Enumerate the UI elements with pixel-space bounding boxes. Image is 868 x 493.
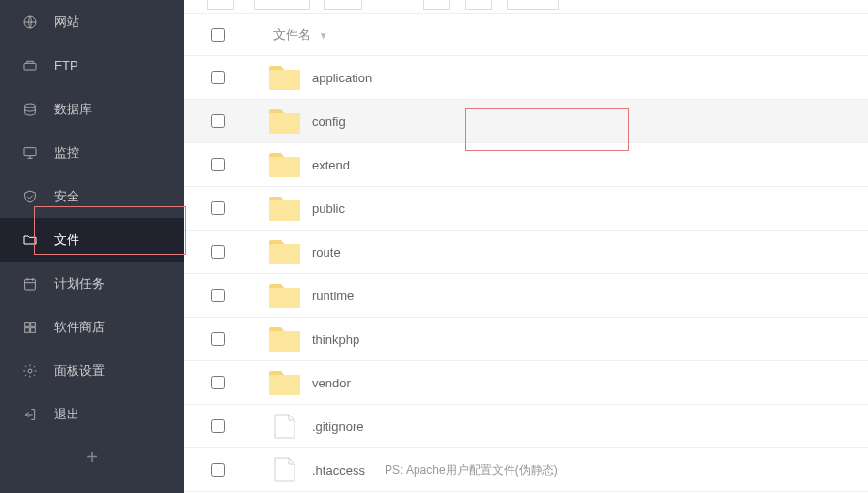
sidebar-item-label: 计划任务 — [54, 275, 105, 293]
sort-icon: ▼ — [319, 30, 328, 41]
monitor-icon — [21, 144, 39, 162]
svg-rect-4 — [25, 279, 36, 290]
sidebar-add-button[interactable]: + — [0, 436, 184, 479]
ftp-icon — [21, 57, 39, 75]
svg-rect-8 — [31, 327, 36, 332]
table-row[interactable]: config — [184, 100, 868, 143]
database-icon — [21, 101, 39, 118]
file-name[interactable]: config — [312, 114, 346, 129]
row-checkbox[interactable] — [211, 245, 225, 259]
table-row[interactable]: .htaccessPS: Apache用户配置文件(伪静态) — [184, 448, 868, 492]
sidebar-item-ftp[interactable]: FTP — [0, 44, 184, 87]
sidebar-item-panel[interactable]: 面板设置 — [0, 349, 184, 392]
main-content: 文件名 ▼ applicationconfigextendpublicroute… — [184, 0, 868, 493]
file-list: applicationconfigextendpublicrouteruntim… — [184, 56, 868, 492]
row-checkbox[interactable] — [211, 71, 225, 84]
file-icon — [269, 457, 300, 482]
table-row[interactable]: route — [184, 231, 868, 274]
sidebar-item-label: 面板设置 — [54, 362, 105, 380]
sidebar-item-label: 监控 — [54, 144, 79, 162]
folder-icon — [269, 239, 300, 264]
sidebar-item-security[interactable]: 安全 — [0, 174, 184, 218]
sidebar-item-label: 软件商店 — [54, 319, 105, 336]
svg-rect-6 — [31, 322, 36, 326]
exit-icon — [21, 406, 39, 423]
sidebar-item-label: 安全 — [54, 188, 79, 205]
plus-icon: + — [86, 447, 98, 469]
sidebar-item-cron[interactable]: 计划任务 — [0, 262, 184, 305]
sidebar-item-exit[interactable]: 退出 — [0, 392, 184, 436]
row-checkbox[interactable] — [211, 158, 225, 171]
row-checkbox[interactable] — [211, 376, 225, 389]
toolbar-button[interactable] — [324, 0, 362, 10]
folder-icon — [269, 370, 300, 395]
row-checkbox[interactable] — [211, 463, 225, 477]
select-all-checkbox[interactable] — [211, 28, 225, 42]
toolbar-button[interactable] — [207, 0, 234, 10]
file-name[interactable]: extend — [312, 158, 350, 172]
file-name[interactable]: public — [312, 201, 345, 216]
table-header: 文件名 ▼ — [184, 14, 868, 56]
table-row[interactable]: runtime — [184, 274, 868, 318]
svg-rect-3 — [24, 147, 36, 155]
file-name[interactable]: .gitignore — [312, 419, 363, 434]
sidebar-item-label: 退出 — [54, 406, 79, 423]
folder-icon — [269, 283, 300, 308]
sidebar-item-monitor[interactable]: 监控 — [0, 131, 184, 174]
toolbar — [184, 0, 868, 14]
column-filename[interactable]: 文件名 ▼ — [273, 26, 328, 44]
gear-icon — [21, 362, 39, 380]
row-checkbox[interactable] — [211, 114, 225, 128]
sidebar-item-label: 网站 — [54, 14, 79, 31]
row-checkbox[interactable] — [211, 419, 225, 433]
folder-icon — [269, 326, 300, 352]
file-name[interactable]: .htaccess — [312, 463, 365, 478]
file-name[interactable]: application — [312, 71, 372, 85]
sidebar-item-database[interactable]: 数据库 — [0, 87, 184, 131]
table-row[interactable]: application — [184, 56, 868, 100]
table-row[interactable]: .gitignore — [184, 405, 868, 448]
file-name[interactable]: runtime — [312, 289, 354, 303]
shield-icon — [21, 188, 39, 205]
row-checkbox[interactable] — [211, 332, 225, 346]
file-name[interactable]: vendor — [312, 376, 351, 390]
toolbar-button[interactable] — [507, 0, 559, 10]
svg-rect-5 — [25, 322, 30, 326]
row-checkbox[interactable] — [211, 201, 225, 215]
sidebar-item-files[interactable]: 文件 — [0, 218, 184, 262]
toolbar-button[interactable] — [254, 0, 310, 10]
calendar-icon — [21, 275, 39, 293]
toolbar-button[interactable] — [465, 0, 492, 10]
folder-icon — [21, 231, 39, 249]
folder-icon — [269, 196, 300, 221]
folder-icon — [269, 65, 300, 90]
sidebar: 网站 FTP 数据库 监控 安全 文件 计划任务 软件商店 面板设置 退出 + — [0, 0, 184, 493]
folder-icon — [269, 108, 300, 134]
toolbar-button[interactable] — [423, 0, 450, 10]
table-row[interactable]: thinkphp — [184, 318, 868, 361]
file-note: PS: Apache用户配置文件(伪静态) — [385, 462, 558, 478]
sidebar-item-label: FTP — [54, 58, 78, 73]
table-row[interactable]: public — [184, 187, 868, 231]
svg-point-9 — [28, 369, 32, 373]
sidebar-item-website[interactable]: 网站 — [0, 0, 184, 44]
file-name[interactable]: route — [312, 245, 341, 260]
table-row[interactable]: extend — [184, 143, 868, 187]
svg-rect-7 — [25, 327, 30, 332]
grid-icon — [21, 319, 39, 336]
table-row[interactable]: vendor — [184, 361, 868, 405]
svg-rect-1 — [24, 63, 36, 70]
globe-icon — [21, 14, 39, 31]
folder-icon — [269, 152, 300, 177]
row-checkbox[interactable] — [211, 289, 225, 302]
file-name[interactable]: thinkphp — [312, 332, 359, 347]
sidebar-item-label: 数据库 — [54, 101, 92, 118]
sidebar-item-softshop[interactable]: 软件商店 — [0, 305, 184, 349]
svg-point-2 — [25, 104, 36, 108]
sidebar-item-label: 文件 — [54, 231, 79, 249]
file-icon — [269, 414, 300, 439]
